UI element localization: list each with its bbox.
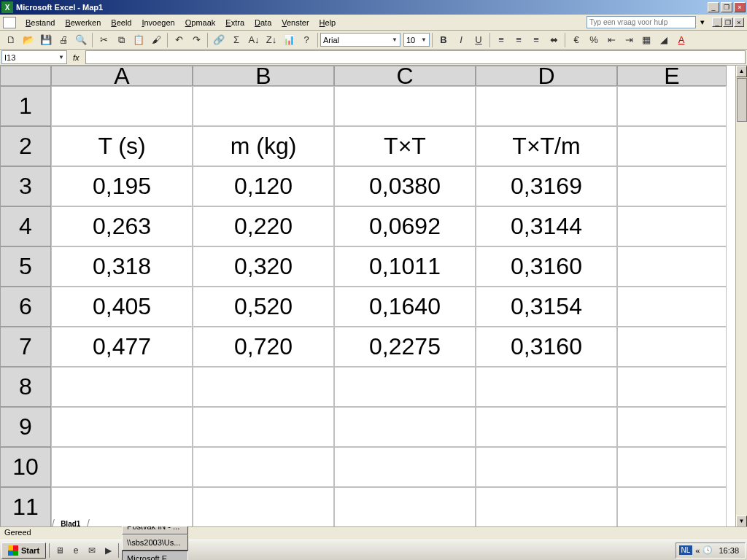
row-header-2[interactable]: 2 — [0, 126, 51, 166]
copy-button[interactable]: ⧉ — [113, 32, 129, 48]
menu-invoegen[interactable]: Invoegen — [136, 17, 179, 28]
hyperlink-button[interactable]: 🔗 — [211, 32, 227, 48]
cell-C6[interactable]: 0,1640 — [334, 287, 476, 327]
cut-button[interactable]: ✂ — [96, 32, 112, 48]
cell-A2[interactable]: T (s) — [51, 126, 193, 166]
paste-button[interactable]: 📋 — [131, 32, 147, 48]
menu-opmaak[interactable]: Opmaak — [180, 17, 221, 28]
menu-beeld[interactable]: Beeld — [106, 17, 136, 28]
fill-color-button[interactable]: ◢ — [656, 32, 672, 48]
save-button[interactable]: 💾 — [38, 32, 54, 48]
cell-D4[interactable]: 0,3144 — [476, 206, 617, 246]
column-header-C[interactable]: C — [334, 66, 476, 86]
cell-A9[interactable] — [51, 407, 193, 447]
doc-restore-button[interactable]: ❐ — [723, 18, 733, 27]
column-header-B[interactable]: B — [193, 66, 334, 86]
menu-data[interactable]: Data — [249, 17, 276, 28]
row-header-9[interactable]: 9 — [0, 407, 51, 447]
cell-C3[interactable]: 0,0380 — [334, 166, 476, 206]
column-header-E[interactable]: E — [617, 66, 727, 86]
cell-B11[interactable] — [193, 487, 334, 526]
name-box[interactable]: I13 ▼ — [1, 50, 67, 64]
cell-D3[interactable]: 0,3169 — [476, 166, 617, 206]
merge-button[interactable]: ⬌ — [546, 32, 562, 48]
taskbar-item[interactable]: Microsoft E... — [122, 551, 187, 561]
cell-A5[interactable]: 0,318 — [51, 246, 193, 287]
taskbar-item[interactable]: \\sbs2003\Us... — [122, 534, 187, 551]
menu-help[interactable]: Help — [314, 17, 341, 28]
percent-button[interactable]: % — [586, 32, 602, 48]
cell-B6[interactable]: 0,520 — [193, 287, 334, 327]
column-header-D[interactable]: D — [476, 66, 617, 86]
row-header-11[interactable]: 11 — [0, 487, 51, 526]
row-header-6[interactable]: 6 — [0, 287, 51, 327]
cell-D9[interactable] — [476, 407, 617, 447]
row-header-7[interactable]: 7 — [0, 327, 51, 367]
start-button[interactable]: Start — [1, 542, 46, 559]
media-icon[interactable]: ▶ — [101, 543, 115, 558]
scroll-down-button[interactable]: ▼ — [736, 516, 747, 526]
sheet-tab-blad1[interactable]: Blad1 — [51, 519, 90, 527]
cell-A7[interactable]: 0,477 — [51, 327, 193, 367]
scroll-track[interactable] — [736, 77, 747, 516]
cell-E1[interactable] — [617, 86, 727, 126]
cell-A8[interactable] — [51, 367, 193, 407]
cell-A4[interactable]: 0,263 — [51, 206, 193, 246]
cell-E7[interactable] — [617, 327, 727, 367]
vertical-scrollbar[interactable]: ▲ ▼ — [735, 66, 747, 526]
cell-A3[interactable]: 0,195 — [51, 166, 193, 206]
desktop-icon[interactable]: 🖥 — [53, 543, 66, 558]
close-button[interactable]: × — [734, 2, 746, 12]
cell-A6[interactable]: 0,405 — [51, 287, 193, 327]
help-dropdown-arrow[interactable]: ▾ — [700, 18, 705, 27]
row-header-4[interactable]: 4 — [0, 206, 51, 246]
cell-B10[interactable] — [193, 447, 334, 487]
cell-D11[interactable] — [476, 487, 617, 526]
increase-indent-button[interactable]: ⇥ — [621, 32, 637, 48]
decrease-indent-button[interactable]: ⇤ — [603, 32, 619, 48]
cell-C4[interactable]: 0,0692 — [334, 206, 476, 246]
print-button[interactable]: 🖨 — [55, 32, 71, 48]
cell-B4[interactable]: 0,220 — [193, 206, 334, 246]
align-right-button[interactable]: ≡ — [528, 32, 544, 48]
cell-C1[interactable] — [334, 86, 476, 126]
cell-E2[interactable] — [617, 126, 727, 166]
row-header-5[interactable]: 5 — [0, 246, 51, 287]
fx-icon[interactable]: fx — [73, 53, 80, 62]
scroll-up-button[interactable]: ▲ — [736, 66, 747, 77]
menu-bewerken[interactable]: Bewerken — [60, 17, 106, 28]
font-name-select[interactable]: Arial ▼ — [320, 33, 400, 47]
cell-E5[interactable] — [617, 246, 727, 287]
cell-E10[interactable] — [617, 447, 727, 487]
ie-icon[interactable]: e — [69, 543, 82, 558]
undo-button[interactable]: ↶ — [171, 32, 187, 48]
cell-B1[interactable] — [193, 86, 334, 126]
borders-button[interactable]: ▦ — [638, 32, 654, 48]
cell-D10[interactable] — [476, 447, 617, 487]
bold-button[interactable]: B — [436, 32, 452, 48]
cell-E9[interactable] — [617, 407, 727, 447]
cell-A10[interactable] — [51, 447, 193, 487]
chart-button[interactable]: 📊 — [281, 32, 297, 48]
select-all-corner[interactable] — [0, 66, 51, 86]
column-header-A[interactable]: A — [51, 66, 193, 86]
currency-button[interactable]: € — [568, 32, 584, 48]
cell-grid[interactable]: ABCDE12T (s)m (kg)T×TT×T/m30,1950,1200,0… — [0, 66, 735, 526]
help-search-input[interactable] — [587, 16, 696, 28]
outlook-icon[interactable]: ✉ — [85, 543, 98, 558]
doc-minimize-button[interactable]: _ — [712, 18, 722, 27]
cell-D6[interactable]: 0,3154 — [476, 287, 617, 327]
cell-C2[interactable]: T×T — [334, 126, 476, 166]
redo-button[interactable]: ↷ — [188, 32, 204, 48]
restore-button[interactable]: ❐ — [721, 2, 732, 12]
align-left-button[interactable]: ≡ — [493, 32, 509, 48]
font-size-select[interactable]: 10 ▼ — [403, 33, 430, 47]
cell-C8[interactable] — [334, 367, 476, 407]
font-color-button[interactable]: A — [673, 32, 689, 48]
minimize-button[interactable]: _ — [708, 2, 719, 12]
language-indicator[interactable]: NL — [679, 545, 693, 555]
sort-desc-button[interactable]: Z↓ — [263, 32, 279, 48]
cell-D2[interactable]: T×T/m — [476, 126, 617, 166]
scroll-thumb[interactable] — [737, 78, 747, 122]
italic-button[interactable]: I — [453, 32, 469, 48]
